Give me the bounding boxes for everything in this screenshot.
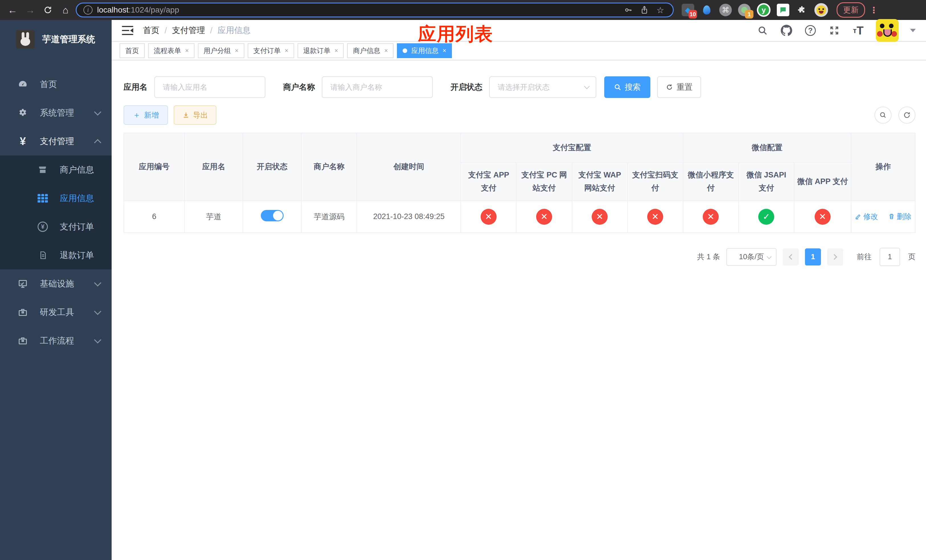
page-number-1[interactable]: 1 [805, 248, 821, 265]
col-app-name: 应用名 [185, 133, 243, 201]
page-size-select[interactable]: 10条/页 [726, 248, 776, 266]
address-bar[interactable]: i localhost:1024/pay/app ☆ [76, 3, 674, 17]
sidebar-item-label: 商户信息 [60, 164, 94, 176]
yen-icon: ¥ [17, 135, 29, 148]
close-icon[interactable]: × [235, 47, 239, 54]
col-alipay-qr: 支付宝扫码支付 [628, 163, 683, 201]
breadcrumb-separator: / [210, 26, 212, 35]
app-table: 应用编号 应用名 开启状态 商户名称 创建时间 支付宝配置 微信配置 操作 支付… [124, 133, 915, 233]
prev-page-button[interactable] [783, 248, 799, 265]
app-name-input[interactable] [154, 76, 265, 98]
main-area: 首页 / 支付管理 / 应用信息 ? тT [112, 20, 926, 560]
sidebar-item-payment[interactable]: ¥ 支付管理 [0, 127, 112, 156]
status-icon: ✓ [758, 209, 774, 225]
chevron-down-icon [584, 83, 590, 89]
extension-blue-diamond-icon[interactable]: ◆ 10 [682, 4, 694, 16]
extensions-puzzle-icon[interactable] [796, 4, 808, 16]
close-icon[interactable]: × [334, 47, 338, 54]
close-icon[interactable]: × [185, 47, 189, 54]
browser-forward-button[interactable]: → [23, 3, 38, 17]
document-icon [37, 251, 48, 260]
sidebar-item-label: 支付管理 [40, 136, 74, 147]
tab-process-form[interactable]: 流程表单× [148, 43, 195, 58]
extension-command-icon[interactable]: ⌘ [719, 4, 732, 16]
breadcrumb-home[interactable]: 首页 [143, 25, 159, 36]
extension-recorder-icon[interactable]: 1 [738, 4, 750, 16]
password-key-icon[interactable] [623, 4, 634, 16]
refresh-table-button[interactable] [899, 106, 915, 124]
sidebar-item-workflow[interactable]: 工作流程 [0, 327, 112, 355]
close-icon[interactable]: × [285, 47, 289, 54]
browser-reload-button[interactable] [41, 3, 55, 17]
help-icon[interactable]: ? [804, 24, 817, 37]
col-status: 开启状态 [243, 133, 301, 201]
tab-pay-order[interactable]: 支付订单× [248, 43, 294, 58]
page-content: 应用名 商户名称 开启状态 请选择开启状态 搜索 重置 [112, 61, 926, 266]
col-created: 创建时间 [357, 133, 461, 201]
status-toggle[interactable] [261, 210, 284, 221]
toggle-search-button[interactable] [875, 106, 891, 124]
payment-submenu: 商户信息 应用信息 ¥ 支付订单 [0, 156, 112, 269]
profile-avatar-icon[interactable] [814, 3, 828, 17]
tab-merchant-info[interactable]: 商户信息× [347, 43, 393, 58]
monitor-icon [17, 279, 29, 289]
sidebar-item-dev-tools[interactable]: 研发工具 [0, 298, 112, 327]
site-info-icon[interactable]: i [83, 5, 92, 15]
search-icon [879, 111, 887, 119]
sidebar-item-infrastructure[interactable]: 基础设施 [0, 269, 112, 298]
cell-alipay-wap: ✕ [572, 201, 628, 233]
fullscreen-icon[interactable] [828, 24, 841, 37]
sidebar-item-pay-order[interactable]: ¥ 支付订单 [0, 212, 112, 241]
merchant-name-input[interactable] [322, 76, 433, 98]
next-page-button[interactable] [827, 248, 843, 265]
edit-link[interactable]: 修改 [855, 212, 878, 222]
tab-home[interactable]: 首页 [120, 43, 145, 58]
user-avatar[interactable] [876, 19, 899, 42]
sidebar-item-home[interactable]: 首页 [0, 70, 112, 98]
search-button[interactable]: 搜索 [604, 76, 651, 98]
cell-alipay-pc: ✕ [516, 201, 572, 233]
pagination: 共 1 条 10条/页 1 前往 页 [124, 248, 915, 266]
extension-y-icon[interactable]: y [757, 3, 770, 17]
chevron-up-icon [94, 139, 101, 146]
add-button[interactable]: ＋ 新增 [124, 105, 168, 125]
extension-chat-icon[interactable] [777, 4, 789, 16]
col-app-id: 应用编号 [124, 133, 185, 201]
browser-back-button[interactable]: ← [5, 3, 20, 17]
sidebar-item-app-info[interactable]: 应用信息 [0, 184, 112, 212]
close-icon[interactable]: × [442, 47, 446, 54]
status-icon: ✕ [703, 209, 719, 225]
breadcrumb-payment[interactable]: 支付管理 [172, 25, 205, 36]
reset-button[interactable]: 重置 [657, 76, 701, 98]
sidebar-item-merchant-info[interactable]: 商户信息 [0, 156, 112, 184]
sidebar-item-label: 研发工具 [40, 306, 74, 318]
bookmark-star-icon[interactable]: ☆ [655, 4, 666, 16]
cell-merchant: 芋道源码 [301, 201, 357, 233]
text-size-icon[interactable]: тT [852, 24, 864, 37]
sidebar-item-refund-order[interactable]: 退款订单 [0, 241, 112, 269]
status-select[interactable]: 请选择开启状态 [489, 76, 596, 98]
close-icon[interactable]: × [384, 47, 388, 54]
cell-wechat-mini: ✕ [683, 201, 738, 233]
share-icon[interactable] [639, 4, 650, 16]
github-icon[interactable] [780, 24, 793, 37]
trash-icon [888, 213, 895, 220]
browser-home-button[interactable]: ⌂ [58, 3, 73, 17]
extension-balloon-icon[interactable] [701, 4, 713, 16]
goto-page-input[interactable] [879, 248, 900, 266]
filter-form: 应用名 商户名称 开启状态 请选择开启状态 搜索 重置 [124, 76, 915, 98]
sidebar-item-label: 基础设施 [40, 278, 74, 290]
avatar-dropdown-icon[interactable] [910, 29, 916, 32]
tab-refund-order[interactable]: 退款订单× [298, 43, 344, 58]
search-icon[interactable] [756, 24, 769, 37]
delete-link[interactable]: 删除 [888, 212, 911, 222]
export-button[interactable]: 导出 [174, 105, 216, 125]
sidebar-collapse-icon[interactable] [122, 25, 133, 36]
status-label: 开启状态 [451, 82, 483, 92]
browser-update-button[interactable]: 更新 [837, 2, 865, 18]
breadcrumb: 首页 / 支付管理 / 应用信息 [143, 25, 251, 36]
sidebar-item-label: 退款订单 [60, 250, 94, 261]
browser-menu-icon[interactable]: ⋮ [870, 5, 878, 15]
sidebar-item-system[interactable]: 系统管理 [0, 98, 112, 127]
tab-user-group[interactable]: 用户分组× [198, 43, 244, 58]
